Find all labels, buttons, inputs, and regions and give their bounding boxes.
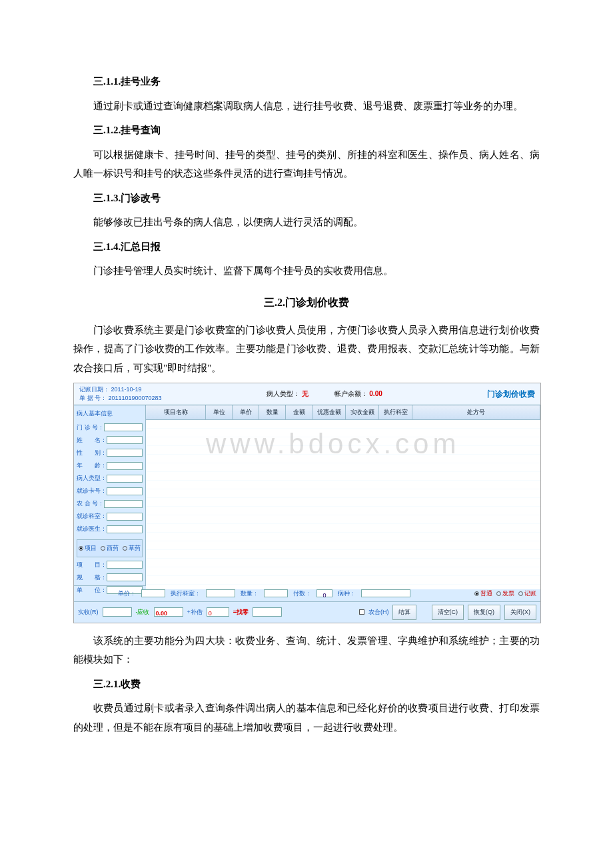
field-spec-input[interactable] xyxy=(107,573,143,581)
item-type-radio-group: 项目 西药 草药 xyxy=(77,539,143,557)
field-age-input[interactable] xyxy=(107,462,143,470)
balance-label: 帐户余额： xyxy=(334,390,368,397)
field-gender-label: 性 别： xyxy=(77,447,107,459)
para-3-1-3: 能够修改已挂出号条的病人信息，以便病人进行灵活的调配。 xyxy=(73,213,540,232)
header-mid-block: 病人类型： 无 帐户余额： 0.00 xyxy=(267,387,382,400)
change-value xyxy=(253,607,282,617)
radio-icon xyxy=(123,546,127,551)
main-grid-area: 项目名称 单位 单价 数量 金额 优惠金额 实收金额 执行科室 处方号 www.… xyxy=(146,405,540,585)
mid-price-input[interactable] xyxy=(141,589,165,597)
heading-3-1-2: 三.1.2.挂号查询 xyxy=(73,121,540,140)
para-3-2: 门诊收费系统主要是门诊收费室的门诊收费人员使用，方便门诊收费人员录入费用信息进行… xyxy=(73,321,540,378)
restore-button[interactable]: 恢复(Q) xyxy=(468,605,500,620)
heading-3-1-3: 三.1.3.门诊改号 xyxy=(73,189,540,208)
field-age-label: 年 龄： xyxy=(77,460,107,471)
mid-price-label: 单价： xyxy=(118,588,136,599)
heading-3-1-4: 三.1.4.汇总日报 xyxy=(73,237,540,257)
field-visit-dept-label: 就诊科室： xyxy=(77,511,107,522)
field-patient-type-input[interactable] xyxy=(107,475,143,483)
sidebar-panel: 病人基本信息 门 诊 号： 姓 名： 性 别： 年 龄： 病人类型： 就诊卡号：… xyxy=(74,405,146,585)
app-header: 记账日期： 2011-10-19 单 据 号： 2011101900070283… xyxy=(74,383,540,405)
lbl-real-receive: 实收(R) xyxy=(78,607,99,618)
app-title: 门诊划价收费 xyxy=(487,387,535,402)
field-outpatient-no-label: 门 诊 号： xyxy=(77,422,104,433)
field-visit-doctor-input[interactable] xyxy=(107,525,143,533)
field-item-input[interactable] xyxy=(107,561,143,569)
app-body: 病人基本信息 门 诊 号： 姓 名： 性 别： 年 龄： 病人类型： 就诊卡号：… xyxy=(74,405,540,585)
balance-value: 0.00 xyxy=(369,390,382,397)
radio-invoice[interactable]: 发票 xyxy=(496,588,514,599)
radio-icon xyxy=(79,546,83,551)
ncms-checkbox[interactable] xyxy=(359,609,364,615)
rec-date-value: 2011-10-19 xyxy=(111,386,142,393)
heading-3-2: 三.2.门诊划价收费 xyxy=(73,293,540,313)
bill-no-value: 2011101900070283 xyxy=(109,395,162,401)
patient-type-value: 无 xyxy=(302,390,308,397)
app-screenshot: 记账日期： 2011-10-19 单 据 号： 2011101900070283… xyxy=(73,383,541,623)
radio-account[interactable]: 记账 xyxy=(518,588,536,599)
bottombar-left: 实收(R) -应收 0.00 +补借 0 =找零 xyxy=(78,607,282,618)
field-spec-label: 规 格： xyxy=(77,572,107,583)
rec-date-label: 记账日期： xyxy=(79,386,109,393)
field-visit-doctor-label: 就诊医生： xyxy=(77,523,107,535)
radio-item[interactable]: 项目 xyxy=(79,543,97,554)
heading-3-2-1: 三.2.1.收费 xyxy=(73,675,540,694)
mid-qty-input[interactable] xyxy=(264,589,288,597)
mid-dept-input[interactable] xyxy=(206,589,235,597)
field-ncms-no-input[interactable] xyxy=(104,500,143,508)
mid-kind-input[interactable] xyxy=(361,589,410,597)
mid-kind-label: 病种： xyxy=(338,588,356,599)
lbl-should: -应收 xyxy=(136,607,150,618)
field-gender-input[interactable] xyxy=(107,449,143,457)
field-card-no-label: 就诊卡号： xyxy=(77,485,107,497)
para-3-1-2: 可以根据健康卡、挂号时间、挂号的类型、挂号的类别、所挂的科室和医生、操作员、病人… xyxy=(73,145,540,183)
radio-icon xyxy=(518,591,523,596)
watermark-text: www.bdocx.com xyxy=(206,417,460,471)
settle-button[interactable]: 结算 xyxy=(392,605,416,620)
mid-dose-input[interactable]: 0 xyxy=(316,589,332,597)
radio-icon xyxy=(101,546,105,551)
app-bottombar: 实收(R) -应收 0.00 +补借 0 =找零 农合(H) 结算 清空(C) … xyxy=(74,601,540,623)
lbl-add: +补借 xyxy=(187,607,203,618)
patient-type-label: 病人类型： xyxy=(267,390,300,397)
col-item-name[interactable]: 项目名称 xyxy=(146,405,206,419)
mid-qty-label: 数量： xyxy=(241,588,259,599)
add-input[interactable]: 0 xyxy=(207,607,229,617)
mid-dose-label: 付数： xyxy=(293,588,311,599)
para-3-1-1: 通过刷卡或通过查询健康档案调取病人信息，进行挂号收费、退号退费、废票重打等业务的… xyxy=(73,97,540,116)
clear-button[interactable]: 清空(C) xyxy=(432,605,464,620)
mid-dept-label: 执行科室： xyxy=(171,588,201,599)
close-button[interactable]: 关闭(X) xyxy=(504,605,536,620)
heading-3-1-1: 三.1.1.挂号业务 xyxy=(73,72,540,91)
field-name-input[interactable] xyxy=(107,436,143,444)
para-after-screenshot: 该系统的主要功能分为四大块：收费业务、查询、统计、发票管理、字典维护和系统维护；… xyxy=(73,631,540,669)
bill-no-label: 单 据 号： xyxy=(79,395,107,401)
print-mode-radio-group: 普通 发票 记账 xyxy=(474,588,536,599)
sidebar-title: 病人基本信息 xyxy=(77,408,143,419)
bottombar-right: 农合(H) 结算 清空(C) 恢复(Q) 关闭(X) xyxy=(359,605,536,620)
radio-icon xyxy=(474,591,479,596)
para-3-2-1: 收费员通过刷卡或者录入查询条件调出病人的基本信息和已经化好价的收费项目进行收费、… xyxy=(73,699,540,737)
real-receive-input[interactable] xyxy=(103,607,132,617)
field-outpatient-no-input[interactable] xyxy=(104,423,143,431)
radio-icon xyxy=(496,591,501,596)
field-item-label: 项 目： xyxy=(77,559,107,571)
should-value: 0.00 xyxy=(154,607,183,617)
field-unit-label: 单 位： xyxy=(77,585,107,596)
para-3-1-4: 门诊挂号管理人员实时统计、监督下属每个挂号员的实收费用信息。 xyxy=(73,261,540,281)
radio-west-med[interactable]: 西药 xyxy=(101,543,119,554)
lbl-change: =找零 xyxy=(233,607,249,618)
field-patient-type-label: 病人类型： xyxy=(77,473,107,484)
field-visit-dept-input[interactable] xyxy=(107,513,143,521)
header-left-block: 记账日期： 2011-10-19 单 据 号： 2011101900070283 xyxy=(79,385,162,402)
ncms-label: 农合(H) xyxy=(368,607,389,618)
field-card-no-input[interactable] xyxy=(107,487,143,495)
radio-herbal[interactable]: 草药 xyxy=(123,543,141,554)
radio-normal[interactable]: 普通 xyxy=(474,588,492,599)
field-ncms-no-label: 农 合 号： xyxy=(77,498,104,509)
field-name-label: 姓 名： xyxy=(77,435,107,446)
